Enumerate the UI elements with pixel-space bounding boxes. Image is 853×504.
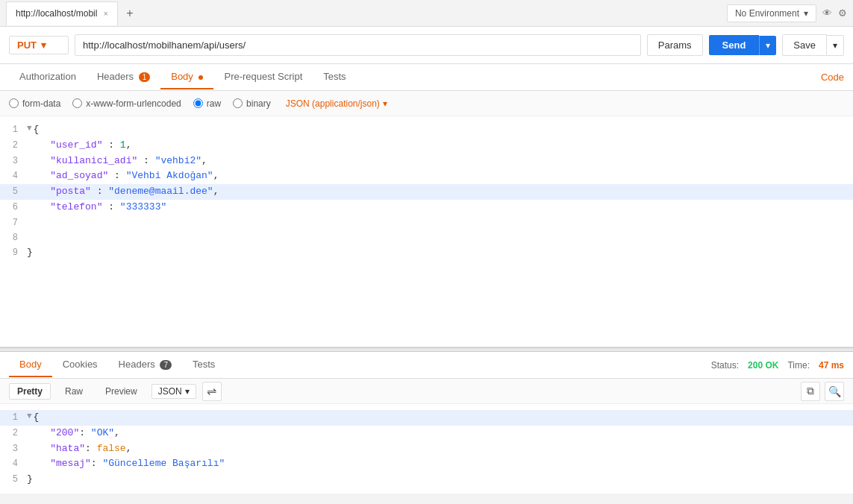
top-bar: http://localhost/mobil × + No Environmen… xyxy=(0,0,853,27)
json-format-select[interactable]: JSON (application/json) ▾ xyxy=(286,98,387,109)
urlencoded-option[interactable]: x-www-form-urlencoded xyxy=(72,98,181,109)
time-value: 47 ms xyxy=(819,360,844,371)
code-line-2: 2 "user_id" : 1, xyxy=(0,138,853,154)
resp-code-line-2: 2 "200": "OK", xyxy=(0,426,853,441)
tab-tests[interactable]: Tests xyxy=(313,65,356,89)
method-label: PUT xyxy=(17,40,37,51)
tab-body[interactable]: Body xyxy=(160,65,213,89)
save-group: Save ▾ xyxy=(782,34,844,56)
tab-prerequest-label: Pre-request Script xyxy=(224,71,302,82)
resp-headers-badge: 7 xyxy=(160,360,172,370)
tab-prerequest[interactable]: Pre-request Script xyxy=(213,65,313,89)
tab-close-icon[interactable]: × xyxy=(103,9,107,18)
code-line-3: 3 "kullanici_adi" : "vehbi2", xyxy=(0,154,853,169)
tab-authorization[interactable]: Authorization xyxy=(9,65,87,89)
resp-body-label: Body xyxy=(19,359,42,370)
save-dropdown-button[interactable]: ▾ xyxy=(827,35,844,56)
code-line-5: 5 "posta" : "deneme@maail.dee", xyxy=(0,184,853,200)
tab-tests-label: Tests xyxy=(323,71,346,82)
env-bar: No Environment ▾ 👁 ⚙ xyxy=(727,4,847,22)
url-bar: PUT ▾ Params Send ▾ Save ▾ xyxy=(0,27,853,64)
tab-body-label: Body xyxy=(171,71,193,82)
resp-tab-headers[interactable]: Headers 7 xyxy=(108,353,182,377)
tab-title: http://localhost/mobil xyxy=(16,8,97,19)
url-input[interactable] xyxy=(75,34,641,56)
preview-view-button[interactable]: Preview xyxy=(97,383,146,400)
code-line-4: 4 "ad_soyad" : "Vehbi Akdoğan", xyxy=(0,168,853,184)
request-code-editor[interactable]: 1 ▼ { 2 "user_id" : 1, 3 "kullanici_adi"… xyxy=(0,116,853,347)
headers-badge: 1 xyxy=(139,72,151,82)
response-code-editor[interactable]: 1 ▼ { 2 "200": "OK", 3 "hata": false, 4 … xyxy=(0,404,853,494)
chevron-down-icon: ▾ xyxy=(185,386,190,397)
status-code: 200 OK xyxy=(748,360,778,371)
response-tabs-bar: Body Cookies Headers 7 Tests Status: 200… xyxy=(0,352,853,379)
code-line-7: 7 xyxy=(0,215,853,230)
tab-headers[interactable]: Headers 1 xyxy=(87,65,160,89)
code-line-6: 6 "telefon" : "333333" xyxy=(0,200,853,215)
send-button[interactable]: Send xyxy=(709,35,760,55)
body-options: form-data x-www-form-urlencoded raw bina… xyxy=(0,91,853,116)
tab-headers-label: Headers xyxy=(97,71,134,82)
chevron-down-icon: ▾ xyxy=(804,8,808,19)
tab-authorization-label: Authorization xyxy=(19,71,76,82)
resp-icons: ⧉ 🔍 xyxy=(801,382,844,401)
resp-code-line-4: 4 "mesaj": "Güncelleme Başarılı" xyxy=(0,456,853,472)
request-tabs: Authorization Headers 1 Body Pre-request… xyxy=(0,64,853,91)
resp-code-line-1: 1 ▼ { xyxy=(0,410,853,426)
params-button[interactable]: Params xyxy=(647,34,703,56)
search-response-button[interactable]: 🔍 xyxy=(825,382,844,401)
binary-option[interactable]: binary xyxy=(233,98,271,109)
env-label: No Environment xyxy=(735,8,799,19)
wrap-text-button[interactable]: ⇌ xyxy=(202,382,222,401)
resp-tests-label: Tests xyxy=(193,359,215,370)
resp-tab-cookies[interactable]: Cookies xyxy=(52,353,108,377)
send-group: Send ▾ xyxy=(709,35,777,55)
resp-cookies-label: Cookies xyxy=(63,359,98,370)
form-data-option[interactable]: form-data xyxy=(9,98,60,109)
browser-tab[interactable]: http://localhost/mobil × xyxy=(6,1,118,25)
time-label: Time: xyxy=(787,360,810,371)
chevron-down-icon: ▾ xyxy=(41,40,46,51)
gear-icon[interactable]: ⚙ xyxy=(838,7,847,19)
method-select[interactable]: PUT ▾ xyxy=(9,36,69,54)
save-button[interactable]: Save xyxy=(782,34,827,56)
environment-select[interactable]: No Environment ▾ xyxy=(727,4,816,22)
resp-format-label: JSON xyxy=(158,386,182,397)
resp-code-line-5: 5 } xyxy=(0,472,853,488)
code-line-9: 9 } xyxy=(0,245,853,261)
raw-view-button[interactable]: Raw xyxy=(57,383,91,400)
copy-response-button[interactable]: ⧉ xyxy=(801,382,820,401)
resp-headers-label: Headers xyxy=(119,359,155,370)
chevron-down-icon: ▾ xyxy=(383,98,387,109)
raw-option[interactable]: raw xyxy=(193,98,221,109)
status-label: Status: xyxy=(711,360,739,371)
resp-code-line-3: 3 "hata": false, xyxy=(0,441,853,457)
resp-tab-tests[interactable]: Tests xyxy=(182,353,225,377)
body-dot xyxy=(199,75,203,80)
send-dropdown-button[interactable]: ▾ xyxy=(759,36,776,55)
resp-format-select[interactable]: JSON ▾ xyxy=(151,384,196,399)
code-line-1: 1 ▼ { xyxy=(0,122,853,138)
resp-tab-body[interactable]: Body xyxy=(9,353,52,377)
code-link[interactable]: Code xyxy=(821,72,844,83)
pretty-view-button[interactable]: Pretty xyxy=(9,383,51,400)
response-toolbar: Pretty Raw Preview JSON ▾ ⇌ ⧉ 🔍 xyxy=(0,379,853,404)
status-area: Status: 200 OK Time: 47 ms xyxy=(711,360,844,371)
eye-icon[interactable]: 👁 xyxy=(822,7,832,19)
tab-add-button[interactable]: + xyxy=(121,4,139,22)
json-format-label: JSON (application/json) xyxy=(286,98,380,109)
code-line-8: 8 xyxy=(0,230,853,245)
